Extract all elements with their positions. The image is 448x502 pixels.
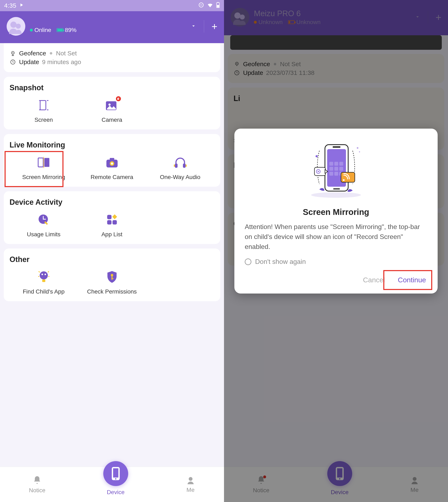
icon-label: Screen [34,117,53,123]
snapshot-camera-button[interactable]: Camera [78,97,146,123]
icon-label: Check Permissions [87,288,137,295]
section-title: Device Activity [10,198,214,207]
battery-status: 89% [57,27,77,33]
svg-rect-28 [107,220,111,225]
section-title: Live Monitoring [10,141,214,149]
svg-rect-34 [111,276,112,280]
svg-rect-4 [217,5,219,7]
svg-rect-12 [117,98,119,100]
svg-rect-64 [339,167,343,171]
svg-rect-66 [334,172,338,176]
location-pin-icon [10,50,16,57]
left-screenshot: 4:35 Online 89% + [0,0,224,502]
svg-rect-27 [112,220,117,225]
one-way-audio-button[interactable]: One-Way Audio [146,155,214,180]
nav-label: Me [186,487,194,493]
cancel-button[interactable]: Cancel [362,274,386,286]
svg-point-20 [111,162,113,165]
svg-point-11 [108,103,111,106]
svg-rect-62 [329,167,333,171]
svg-point-30 [41,274,43,275]
screen-mirroring-button[interactable]: Screen Mirroring [10,155,78,180]
nav-me[interactable]: Me [186,476,195,493]
update-value: 9 minutes ago [42,59,81,65]
svg-rect-14 [38,158,43,167]
icon-label: Usage Limits [27,231,61,238]
icon-label: Find Child's App [23,288,64,295]
lightbulb-icon [36,269,51,285]
find-childs-app-button[interactable]: Find Child's App [10,269,78,295]
svg-point-54 [359,151,360,152]
svg-rect-18 [110,158,114,160]
screen-mirroring-modal: Screen Mirroring Attention! When parents… [234,129,438,293]
svg-rect-35 [111,278,113,279]
geofence-value: Not Set [56,50,77,57]
svg-rect-22 [183,163,185,168]
nav-label: Notice [29,487,45,494]
svg-rect-24 [185,164,186,167]
app-list-button[interactable]: App List [78,212,146,238]
divider [204,20,204,32]
svg-point-29 [40,271,48,279]
svg-rect-70 [341,172,355,182]
remote-camera-button[interactable]: Remote Camera [78,155,146,180]
right-screenshot: Meizu PRO 6 Unknown Unknown + Geofence N [224,0,448,502]
dont-show-again-checkbox[interactable]: Don't show again [245,258,427,265]
svg-rect-61 [339,162,343,166]
svg-rect-9 [40,101,46,110]
icon-label: One-Way Audio [160,174,200,180]
dropdown-chevron-icon[interactable] [191,23,196,30]
svg-rect-65 [329,172,333,176]
app-grid-icon [104,212,120,227]
icon-label: Camera [102,117,122,123]
section-title: Snapshot [10,83,214,92]
svg-rect-23 [174,164,175,167]
screen-mirroring-icon [36,155,51,170]
svg-rect-37 [113,468,118,478]
geofence-row[interactable]: Geofence Not Set [10,50,214,57]
headphones-icon [173,155,188,170]
svg-point-33 [111,274,113,276]
add-device-icon[interactable]: + [211,21,217,32]
avatar-icon[interactable] [7,17,25,36]
svg-rect-59 [329,162,333,166]
svg-point-39 [189,477,192,481]
continue-button[interactable]: Continue [397,274,427,286]
check-permissions-button[interactable]: Check Permissions [78,269,146,295]
section-title: Other [10,255,214,264]
svg-point-71 [343,179,345,181]
status-info-card: Geofence Not Set Update 9 minutes ago [4,43,220,72]
camera-picture-icon [104,97,120,113]
svg-rect-60 [334,162,338,166]
svg-point-6 [13,52,14,53]
icon-label: App List [101,231,122,238]
svg-rect-26 [107,215,111,219]
svg-point-52 [316,155,318,158]
update-row[interactable]: Update 9 minutes ago [10,59,214,65]
snapshot-screen-button[interactable]: Screen [10,97,78,123]
device-activity-section: Device Activity Usage Limits App List [4,191,220,244]
geofence-label: Geofence [19,50,46,57]
clock-icon [10,59,16,65]
status-dot-icon [50,52,52,55]
bottom-nav: Notice Device Me [0,467,224,502]
snapshot-section: Snapshot Screen Camera [4,77,220,130]
wifi-icon [207,2,213,10]
icon-label: Screen Mirroring [22,174,65,180]
svg-rect-57 [333,146,340,148]
nav-device[interactable]: Device [103,474,128,496]
svg-point-51 [311,192,361,198]
phone-icon [103,461,128,486]
modal-illustration [245,137,427,203]
checkbox-label: Don't show again [255,258,306,265]
nav-notice[interactable]: Notice [29,475,45,494]
battery-icon [216,2,220,9]
svg-rect-58 [333,188,340,189]
svg-point-7 [12,55,14,56]
device-name [30,19,191,27]
status-bar: 4:35 [0,0,224,11]
clock: 4:35 [4,2,16,9]
update-label: Update [19,59,39,65]
usage-limits-button[interactable]: Usage Limits [10,212,78,238]
modal-title: Screen Mirroring [245,208,427,217]
